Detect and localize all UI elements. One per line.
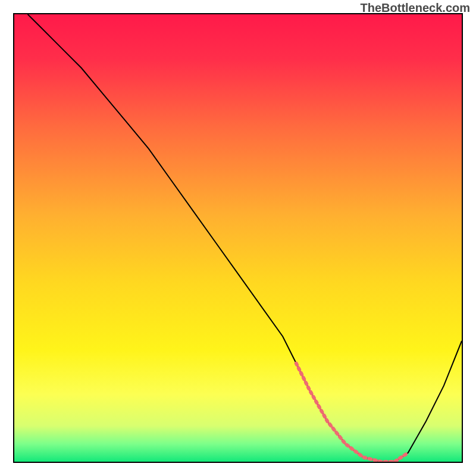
chart-container: TheBottleneck.com <box>0 0 476 476</box>
line-layer <box>14 14 462 462</box>
bottleneck-curve <box>28 14 462 462</box>
watermark-text: TheBottleneck.com <box>361 1 470 15</box>
optimal-range-marker <box>296 364 408 462</box>
plot-area <box>13 13 463 463</box>
